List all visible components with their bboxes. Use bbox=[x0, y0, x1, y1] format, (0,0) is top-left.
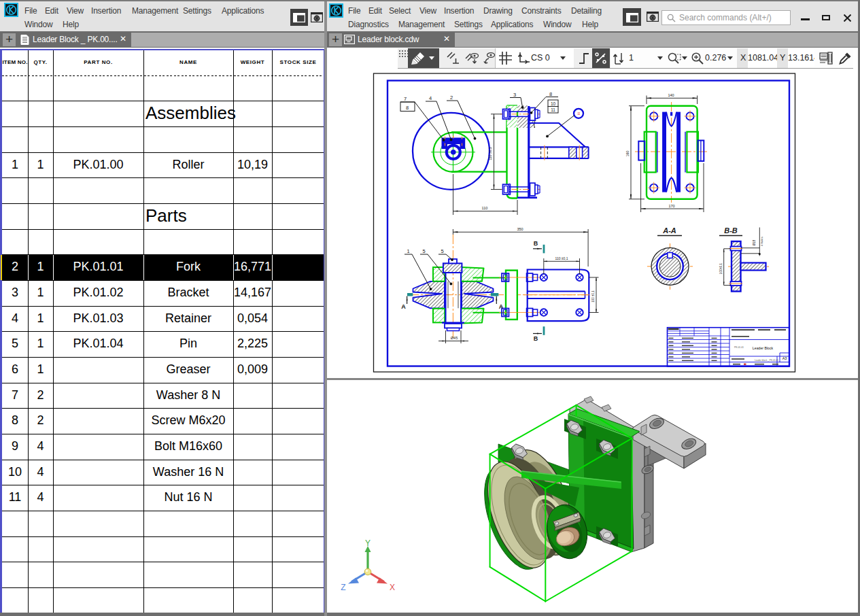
svg-text:350: 350 bbox=[517, 227, 523, 231]
svg-text:3: 3 bbox=[513, 92, 516, 98]
svg-text:100±0,1: 100±0,1 bbox=[719, 262, 723, 274]
svg-text:B-B: B-B bbox=[724, 226, 738, 235]
svg-text:A3: A3 bbox=[782, 356, 787, 360]
svg-text:B: B bbox=[534, 335, 538, 342]
svg-text:4: 4 bbox=[429, 95, 432, 101]
svg-text:11: 11 bbox=[551, 107, 555, 112]
svg-text:A-A: A-A bbox=[662, 226, 676, 235]
svg-text:10: 10 bbox=[551, 101, 556, 106]
svg-text:110: 110 bbox=[482, 206, 488, 210]
svg-text:1: 1 bbox=[407, 248, 409, 254]
svg-text:Leader Block: Leader Block bbox=[753, 346, 774, 350]
svg-text:140: 140 bbox=[668, 93, 674, 97]
svg-text:Ø45: Ø45 bbox=[451, 336, 458, 340]
svg-text:5: 5 bbox=[422, 248, 425, 254]
svg-text:5: 5 bbox=[441, 248, 443, 254]
svg-text:7: 7 bbox=[404, 96, 407, 102]
svg-text:160: 160 bbox=[625, 150, 630, 156]
svg-text:8: 8 bbox=[406, 105, 409, 111]
svg-text:Ø18: Ø18 bbox=[753, 239, 756, 245]
svg-text:Leader block _ PK.01.01: Leader block _ PK.01.01 bbox=[755, 359, 778, 362]
svg-text:110 ±0,1: 110 ±0,1 bbox=[555, 256, 568, 260]
svg-text:170: 170 bbox=[668, 204, 674, 208]
svg-text:100 ±0,1: 100 ±0,1 bbox=[591, 290, 595, 303]
svg-text:Y: Y bbox=[365, 538, 371, 548]
svg-text:B: B bbox=[534, 240, 538, 247]
svg-text:A: A bbox=[401, 303, 406, 310]
svg-text:8: 8 bbox=[549, 91, 552, 97]
svg-text:110 ±0,1: 110 ±0,1 bbox=[488, 147, 492, 160]
svg-text:A: A bbox=[499, 303, 504, 310]
svg-text:2: 2 bbox=[450, 95, 453, 101]
svg-text:Z: Z bbox=[341, 583, 345, 592]
svg-text:X: X bbox=[390, 583, 395, 592]
svg-text:PK.01.01: PK.01.01 bbox=[734, 346, 744, 349]
svg-text:4 holes: 4 holes bbox=[760, 237, 763, 246]
